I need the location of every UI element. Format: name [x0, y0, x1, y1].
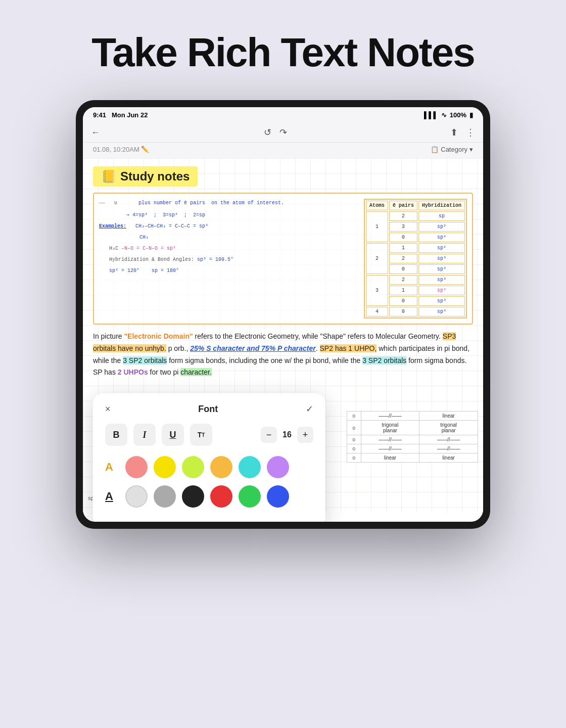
bg-color-green[interactable] — [239, 485, 261, 508]
bg-color-white[interactable] — [125, 485, 148, 508]
font-size-increase-button[interactable]: + — [297, 427, 313, 443]
category-label: Category — [441, 146, 467, 153]
handwritten-area: —— υ plus number of ē pairs on the atom … — [93, 193, 473, 325]
font-panel-header: × Font ✓ — [105, 403, 313, 415]
font-panel-confirm-button[interactable]: ✓ — [306, 403, 313, 415]
font-size-value: 16 — [281, 430, 293, 439]
ipad-screen: 9:41 Mon Jun 22 ▌▌▌ ∿ 100% ▮ ← ↺ ↷ ⬆ ⋮ — [83, 107, 483, 522]
highlight-character: character. — [180, 368, 211, 376]
bg-color-blue[interactable] — [267, 485, 289, 508]
wifi-icon: ∿ — [441, 111, 447, 119]
highlight-sp2-orbitals: 3 SP2 orbitals — [362, 356, 406, 365]
status-bar: 9:41 Mon Jun 22 ▌▌▌ ∿ 100% ▮ — [83, 107, 483, 123]
bg-color-black[interactable] — [182, 485, 204, 508]
text-color-lime[interactable] — [182, 456, 204, 478]
status-time: 9:41 Mon Jun 22 — [93, 111, 148, 119]
font-size-control: − 16 + — [261, 427, 313, 443]
bg-color-gray[interactable] — [154, 485, 176, 508]
note-header: 01.08, 10:20AM ✏️ 📋 Category ▾ — [83, 143, 483, 158]
status-right: ▌▌▌ ∿ 100% ▮ — [424, 111, 473, 119]
bg-color-row: A — [105, 485, 313, 508]
chevron-down-icon: ▾ — [469, 146, 473, 153]
toolbar: ← ↺ ↷ ⬆ ⋮ — [83, 123, 483, 143]
category-button[interactable]: 📋 Category ▾ — [431, 146, 473, 153]
battery-icon: ▮ — [469, 111, 473, 119]
title-emoji: 📒 — [101, 169, 116, 184]
text-color-cyan[interactable] — [239, 456, 261, 478]
hybridization-table: Atoms ē pairs Hybridization 1 2 sp — [364, 199, 467, 318]
bg-color-red[interactable] — [210, 485, 232, 508]
text-color-label: A — [105, 461, 119, 474]
toolbar-right: ⬆ ⋮ — [450, 127, 475, 138]
underline-button[interactable]: U — [162, 424, 184, 446]
battery-text: 100% — [450, 111, 466, 119]
text-size-button[interactable]: TT — [190, 424, 212, 446]
title-text: Study notes — [120, 169, 190, 184]
redo-button[interactable]: ↷ — [279, 127, 287, 138]
hw-formulas: —— υ plus number of ē pairs on the atom … — [99, 199, 360, 318]
font-panel-close-button[interactable]: × — [105, 404, 111, 415]
share-button[interactable]: ⬆ — [450, 127, 458, 138]
font-size-decrease-button[interactable]: − — [261, 427, 277, 443]
page-title: Take Rich Text Notes — [91, 30, 474, 75]
signal-icon: ▌▌▌ — [424, 111, 438, 119]
text-color-yellow[interactable] — [154, 456, 176, 478]
bold-button[interactable]: B — [105, 424, 127, 446]
note-date: 01.08, 10:20AM ✏️ — [93, 146, 149, 153]
text-color-lavender[interactable] — [267, 456, 289, 478]
highlight-2uhpos: 2 UHPOs — [118, 368, 148, 376]
highlight-25s: 25% S character and 75% P character — [190, 344, 316, 352]
ipad-frame: 9:41 Mon Jun 22 ▌▌▌ ∿ 100% ▮ ← ↺ ↷ ⬆ ⋮ — [76, 100, 490, 529]
rich-text-paragraph: In picture "Electronic Domain" refers to… — [93, 331, 473, 379]
highlight-3sp2: 3 SP2 orbitals — [123, 356, 167, 365]
highlight-electronic-domain: "Electronic Domain" — [124, 332, 193, 340]
category-icon: 📋 — [431, 146, 439, 153]
back-button[interactable]: ← — [91, 127, 100, 138]
study-notes-title: 📒 Study notes — [93, 166, 198, 187]
highlight-sp2: SP2 has 1 UHPO, — [320, 344, 377, 352]
text-color-orange[interactable] — [210, 456, 232, 478]
font-panel: × Font ✓ B I U TT − 16 + A — [93, 393, 325, 522]
text-color-row: A — [105, 456, 313, 478]
geometry-table: o ——//—— linear o trigonalplanar trigona… — [347, 411, 478, 463]
font-panel-title: Font — [198, 404, 218, 415]
font-controls: B I U TT − 16 + — [105, 424, 313, 446]
bg-color-label: A — [105, 490, 119, 503]
text-color-salmon[interactable] — [125, 456, 148, 478]
more-button[interactable]: ⋮ — [466, 127, 475, 138]
undo-button[interactable]: ↺ — [264, 127, 271, 138]
italic-button[interactable]: I — [133, 424, 156, 446]
